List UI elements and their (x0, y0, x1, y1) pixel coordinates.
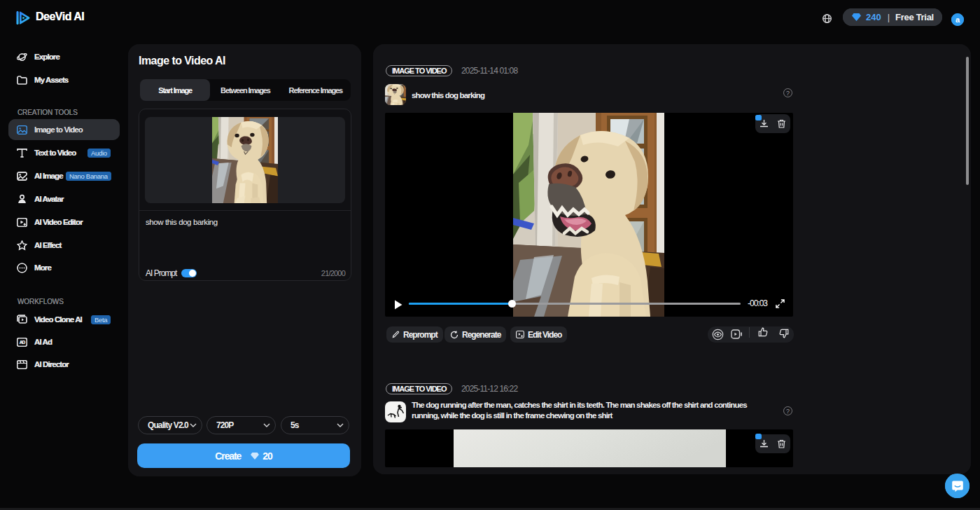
svg-text:AD: AD (20, 340, 26, 345)
